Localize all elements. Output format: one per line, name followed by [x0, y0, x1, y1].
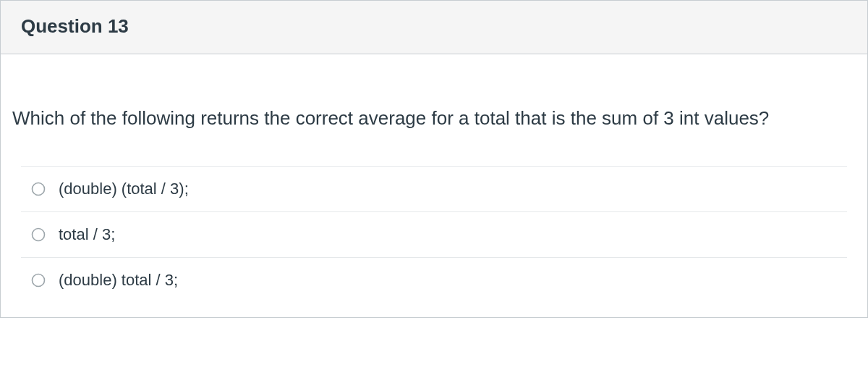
question-text: Which of the following returns the corre…: [1, 54, 867, 166]
radio-unchecked-icon[interactable]: [31, 182, 46, 196]
question-title: Question 13: [21, 15, 847, 38]
question-header: Question 13: [1, 1, 867, 54]
question-container: Question 13 Which of the following retur…: [0, 0, 868, 318]
svg-point-1: [33, 228, 45, 240]
answer-label: (double) (total / 3);: [59, 180, 189, 198]
svg-point-2: [33, 274, 45, 286]
answer-option[interactable]: (double) total / 3;: [21, 257, 847, 303]
answer-option[interactable]: (double) (total / 3);: [21, 166, 847, 211]
answer-option[interactable]: total / 3;: [21, 211, 847, 257]
answer-label: (double) total / 3;: [59, 271, 178, 290]
question-body: Which of the following returns the corre…: [1, 54, 867, 317]
radio-unchecked-icon[interactable]: [31, 273, 46, 288]
answers-list: (double) (total / 3); total / 3; (double…: [1, 166, 867, 317]
answer-label: total / 3;: [59, 225, 115, 244]
radio-unchecked-icon[interactable]: [31, 227, 46, 242]
svg-point-0: [33, 182, 45, 195]
